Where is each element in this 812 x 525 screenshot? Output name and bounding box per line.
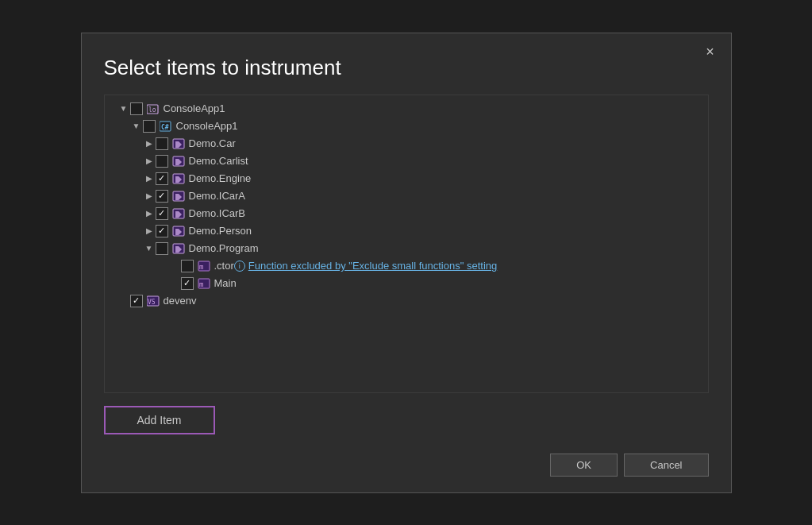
class-icon — [171, 242, 186, 255]
expander-icon[interactable]: ▶ — [143, 207, 156, 220]
tree-row[interactable]: ▶ Demo.ICarA — [105, 187, 708, 205]
tree-row[interactable]: ▶ Demo.Engine — [105, 170, 708, 187]
tree-item-label: Main — [214, 277, 237, 289]
select-items-dialog: × Select items to instrument ▼ lo Consol… — [81, 33, 732, 493]
ok-button[interactable]: OK — [550, 454, 618, 477]
tree-row[interactable]: m .ctor i Function excluded by "Exclude … — [105, 257, 708, 275]
checkbox[interactable] — [181, 260, 194, 272]
class-icon — [171, 225, 186, 237]
checkbox[interactable] — [156, 225, 168, 237]
cancel-button[interactable]: Cancel — [624, 454, 708, 477]
tree-item-label: devenv — [164, 295, 197, 307]
tree-item-label: Demo.Carlist — [189, 155, 248, 167]
expander-icon[interactable]: ▼ — [130, 120, 143, 133]
checkbox[interactable] — [156, 207, 168, 220]
checkbox[interactable] — [181, 277, 194, 290]
exclude-functions-link[interactable]: Function excluded by "Exclude small func… — [248, 260, 497, 272]
class-icon — [171, 155, 186, 168]
class-icon — [171, 207, 186, 220]
expander-icon[interactable]: ▶ — [143, 190, 156, 203]
tree-item-label: ConsoleApp1 — [164, 102, 225, 114]
tree-item-label: .ctor — [214, 260, 234, 272]
tree-row[interactable]: m Main — [105, 275, 708, 292]
expander-icon[interactable]: ▶ — [143, 155, 156, 168]
method-icon: m — [197, 260, 211, 272]
tree-item-label: Demo.Car — [189, 137, 236, 149]
checkbox[interactable] — [130, 102, 143, 115]
tree-row[interactable]: ▼ Demo.Program — [105, 240, 708, 257]
class-icon — [171, 172, 186, 185]
tree-item-label: Demo.ICarB — [189, 207, 246, 219]
svg-text:C#: C# — [161, 124, 169, 131]
tree-row[interactable]: ▶ Demo.Person — [105, 222, 708, 240]
tree-row[interactable]: ▶ Demo.Carlist — [105, 152, 708, 170]
checkbox[interactable] — [156, 137, 168, 150]
checkbox[interactable] — [143, 120, 156, 133]
expander-icon[interactable]: ▶ — [143, 225, 156, 237]
solution-icon: lo — [146, 102, 160, 115]
tree-row[interactable]: ▼ C# ConsoleApp1 — [105, 118, 708, 135]
tree-item-label: Demo.Person — [189, 225, 252, 237]
tree-item-label: Demo.Engine — [189, 172, 252, 184]
checkbox[interactable] — [156, 242, 168, 255]
expander-icon[interactable]: ▼ — [143, 242, 156, 255]
expander-icon[interactable]: ▶ — [143, 137, 156, 150]
info-icon: i — [234, 261, 245, 272]
tree-row[interactable]: ▼ lo ConsoleApp1 — [105, 100, 708, 118]
close-button[interactable]: × — [699, 41, 722, 64]
svg-text:lo: lo — [148, 106, 156, 114]
add-item-button[interactable]: Add Item — [104, 406, 215, 434]
devenv-icon: VS — [146, 295, 160, 307]
dialog-footer: OK Cancel — [104, 447, 709, 477]
svg-text:m: m — [199, 263, 203, 271]
tree-item-label: Demo.ICarA — [189, 190, 246, 202]
checkbox[interactable] — [156, 190, 168, 203]
class-icon — [171, 137, 186, 150]
expander-icon[interactable]: ▶ — [143, 172, 156, 185]
method-icon: m — [197, 277, 211, 290]
tree-container: ▼ lo ConsoleApp1 ▼ C# ConsoleApp1 ▶ Demo… — [104, 95, 709, 393]
checkbox[interactable] — [130, 295, 143, 307]
checkbox[interactable] — [156, 172, 168, 185]
tree-item-label: Demo.Program — [189, 242, 259, 254]
tree-row[interactable]: ▶ Demo.ICarB — [105, 205, 708, 222]
class-icon — [171, 190, 186, 203]
tree-item-label: ConsoleApp1 — [176, 120, 238, 132]
tree-row[interactable]: ▶ Demo.Car — [105, 135, 708, 152]
dialog-title: Select items to instrument — [104, 56, 709, 80]
svg-text:VS: VS — [148, 299, 156, 306]
checkbox[interactable] — [156, 155, 168, 168]
svg-text:m: m — [199, 280, 203, 288]
expander-icon[interactable]: ▼ — [117, 102, 130, 115]
tree-row[interactable]: VS devenv — [105, 292, 708, 310]
project-icon: C# — [159, 120, 173, 133]
